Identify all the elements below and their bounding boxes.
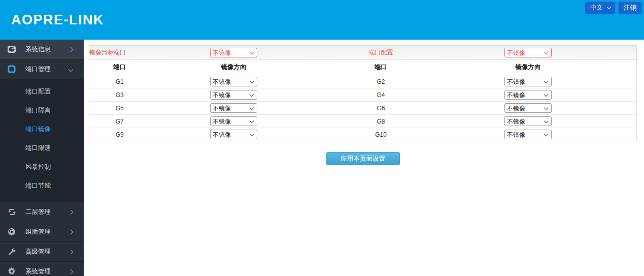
- sidebar-item-storm-control[interactable]: 风暴控制: [0, 158, 84, 176]
- mirror-direction-select-g4[interactable]: 不镜像: [504, 90, 552, 100]
- table-header-row: 端口 镜像方向 端口 镜像方向: [89, 60, 637, 75]
- monitor-icon: [7, 45, 17, 53]
- sidebar-item-label: 系统管理: [25, 267, 69, 276]
- sidebar-item-port-energy-saving[interactable]: 端口节能: [0, 176, 84, 195]
- sidebar-item-label: 组播管理: [25, 228, 69, 236]
- sidebar-item-multicast-management[interactable]: 组播管理: [0, 222, 84, 242]
- mirror-direction-select-wrap: 不镜像: [210, 116, 257, 126]
- mirror-direction-select-g3[interactable]: 不镜像: [210, 90, 257, 100]
- language-select[interactable]: 中文: [585, 2, 616, 14]
- mirror-direction-select-g6[interactable]: 不镜像: [504, 103, 552, 113]
- sidebar-item-label: 端口管理: [25, 65, 69, 74]
- port-label: G2: [318, 75, 445, 88]
- table-row: G1 不镜像 G2 不镜像: [89, 75, 637, 88]
- brand-logo: AOPRE-LINK: [11, 12, 104, 28]
- sidebar-item-port-config[interactable]: 端口配置: [0, 82, 84, 101]
- port-label: G5: [89, 102, 150, 115]
- mirror-direction-select-g8[interactable]: 不镜像: [504, 116, 552, 126]
- sidebar-item-layer2-management[interactable]: 二层管理: [0, 202, 84, 222]
- mirror-direction-column-header: 镜像方向: [445, 60, 612, 75]
- language-select-value: 中文: [590, 4, 603, 12]
- apply-button[interactable]: 应用本页面设置: [326, 152, 400, 165]
- mirror-direction-select-g10[interactable]: 不镜像: [504, 130, 552, 139]
- chevron-right-icon: [69, 269, 74, 274]
- mirror-direction-select-wrap: 不镜像: [210, 77, 257, 86]
- mirror-direction-select-g1[interactable]: 不镜像: [210, 77, 257, 86]
- mirror-direction-select-wrap: 不镜像: [210, 90, 257, 100]
- mirror-direction-select-g2[interactable]: 不镜像: [504, 77, 552, 86]
- chevron-right-icon: [69, 249, 74, 254]
- port-label: G7: [89, 115, 150, 128]
- port-label: G8: [318, 115, 445, 128]
- table-row: G7 不镜像 G8 不镜像: [89, 115, 637, 128]
- sidebar-item-port-management[interactable]: 端口管理: [0, 59, 84, 79]
- port-label: G3: [89, 88, 150, 102]
- sidebar: 系统信息 端口管理 端口配置 端口隔离 端口镜像 端口限速 风暴控制 端口节能 …: [0, 40, 84, 276]
- chevron-down-icon: [69, 67, 74, 72]
- port-label: G4: [318, 88, 445, 102]
- mirror-target-select-wrap: 不镜像: [210, 48, 257, 57]
- chevron-right-icon: [69, 209, 74, 214]
- sidebar-item-port-rate-limit[interactable]: 端口限速: [0, 139, 84, 158]
- chevron-down-icon: [607, 5, 611, 9]
- sidebar-item-label: 高级管理: [25, 248, 69, 256]
- table-row: G3 不镜像 G4 不镜像: [89, 88, 637, 102]
- port-label: G6: [318, 102, 445, 115]
- mirror-target-label: 镜像目标端口: [89, 46, 150, 60]
- mirror-direction-select-wrap: 不镜像: [504, 116, 552, 126]
- port-config-select-wrap: 不镜像: [504, 48, 552, 57]
- mirror-direction-select-wrap: 不镜像: [504, 77, 552, 86]
- port-management-submenu: 端口配置 端口隔离 端口镜像 端口限速 风暴控制 端口节能: [0, 79, 84, 202]
- port-column-header: 端口: [89, 60, 150, 75]
- logout-button[interactable]: 注销: [618, 2, 642, 14]
- gear-icon: [7, 267, 17, 275]
- header-actions: 中文 注销: [585, 2, 642, 14]
- sidebar-item-system-info[interactable]: 系统信息: [0, 40, 84, 59]
- main-content: 镜像目标端口 不镜像 端口配置 不镜像 端口 镜像方向: [84, 40, 644, 276]
- wrench-icon: [7, 248, 17, 256]
- sidebar-item-system-management[interactable]: 系统管理: [0, 262, 84, 276]
- chevron-right-icon: [69, 229, 74, 234]
- mirror-direction-select-wrap: 不镜像: [504, 90, 552, 100]
- port-label: G1: [89, 75, 150, 88]
- mirror-direction-select-g9[interactable]: 不镜像: [210, 130, 257, 139]
- port-mirror-table: 镜像目标端口 不镜像 端口配置 不镜像 端口 镜像方向: [89, 45, 637, 141]
- loop-arrows-icon: [7, 208, 17, 216]
- header-bar: AOPRE-LINK 中文 注销: [0, 0, 644, 40]
- port-column-header: 端口: [318, 60, 445, 75]
- mirror-direction-select-g5[interactable]: 不镜像: [210, 103, 257, 113]
- sidebar-item-label: 系统信息: [25, 45, 69, 54]
- port-label: G9: [89, 128, 150, 141]
- mirror-direction-column-header: 镜像方向: [150, 60, 318, 75]
- port-config-label: 端口配置: [318, 46, 445, 60]
- sidebar-item-port-isolation[interactable]: 端口隔离: [0, 101, 84, 120]
- mirror-direction-select-wrap: 不镜像: [210, 103, 257, 113]
- table-row: G5 不镜像 G6 不镜像: [89, 102, 637, 115]
- mirror-target-select[interactable]: 不镜像: [210, 48, 257, 57]
- mirror-direction-select-g7[interactable]: 不镜像: [210, 116, 257, 126]
- port-icon: [7, 65, 17, 73]
- mirror-config-row: 镜像目标端口 不镜像 端口配置 不镜像: [89, 46, 637, 60]
- sidebar-item-port-mirror[interactable]: 端口镜像: [0, 120, 84, 139]
- mirror-direction-select-wrap: 不镜像: [504, 103, 552, 113]
- port-config-select[interactable]: 不镜像: [504, 48, 552, 57]
- sidebar-item-label: 二层管理: [25, 208, 69, 217]
- port-label: G10: [318, 128, 445, 141]
- apply-button-area: 应用本页面设置: [89, 152, 637, 165]
- chevron-right-icon: [69, 47, 74, 52]
- mirror-direction-select-wrap: 不镜像: [210, 130, 257, 139]
- disc-icon: [7, 228, 17, 236]
- mirror-direction-select-wrap: 不镜像: [504, 130, 552, 139]
- table-row: G9 不镜像 G10 不镜像: [89, 128, 637, 141]
- sidebar-item-advanced-management[interactable]: 高级管理: [0, 242, 84, 262]
